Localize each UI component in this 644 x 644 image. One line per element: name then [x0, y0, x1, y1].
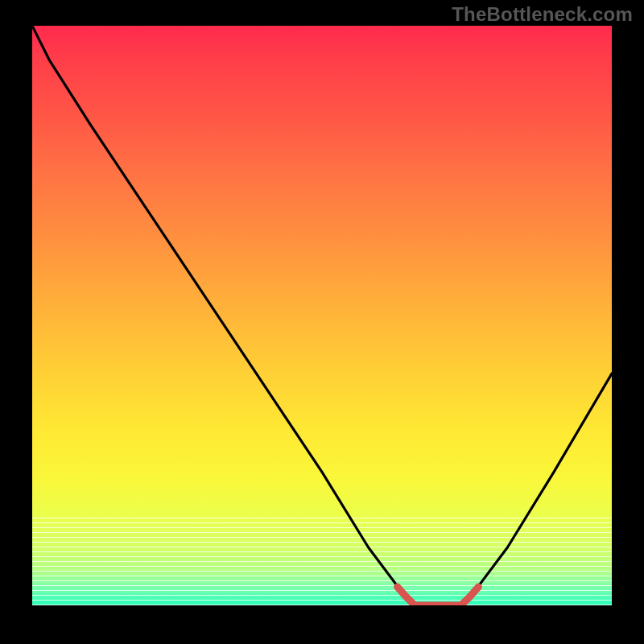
chart-frame: TheBottleneck.com: [0, 0, 644, 644]
curve-layer: [32, 26, 612, 605]
plot-area: [32, 26, 612, 605]
optimal-range-marker: [398, 587, 479, 605]
watermark-text: TheBottleneck.com: [452, 3, 633, 26]
bottleneck-curve: [32, 26, 612, 605]
